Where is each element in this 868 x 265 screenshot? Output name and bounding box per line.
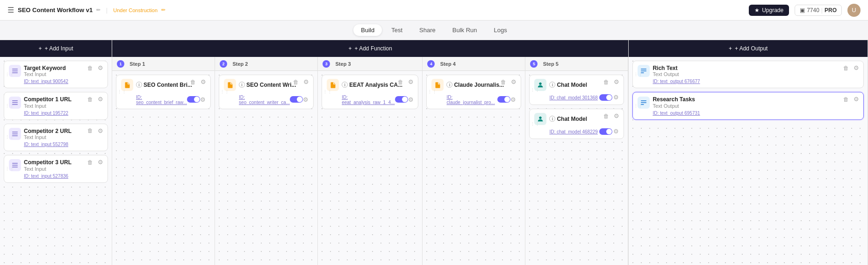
gear-button[interactable]: ⚙ <box>200 96 206 103</box>
drag-handle[interactable]: ⋮⋮ <box>634 73 643 77</box>
gear-button[interactable]: ⚙ <box>613 94 619 101</box>
settings-card-button[interactable]: ⚙ <box>509 78 518 86</box>
delete-card-button[interactable]: 🗑 <box>499 78 508 86</box>
step-label: Step 2 <box>232 61 248 67</box>
output-panel-body: ⋮⋮ Rich Text Text Output 🗑 ⚙ ID: text_ou… <box>629 57 868 265</box>
card-id[interactable]: ID: eeat_analysis_raw_1_4... <box>342 95 395 105</box>
settings-card-button[interactable]: ⚙ <box>407 78 415 86</box>
svg-rect-4 <box>12 102 18 103</box>
settings-card-button[interactable]: ⚙ <box>96 95 105 103</box>
gear-button[interactable]: ⚙ <box>613 128 619 135</box>
svg-rect-7 <box>12 133 18 134</box>
gear-button[interactable]: ⚙ <box>303 96 308 103</box>
step-badge: 4 <box>427 60 435 68</box>
add-output-button[interactable]: + + Add Output <box>629 40 868 57</box>
steps-container: + + Add Function 1 Step 1 ⋮⋮ i SEO Conte… <box>112 40 629 265</box>
svg-rect-9 <box>12 163 18 164</box>
toggle[interactable] <box>497 96 510 103</box>
step-panel-4: 4 Step 4 ⋮⋮ i Claude Journalis... 🗑 ⚙ <box>423 57 525 265</box>
delete-card-button[interactable]: 🗑 <box>842 95 850 103</box>
input-panel: + + Add Input ⋮⋮ Target Keyword Text Inp… <box>0 40 112 265</box>
card-id[interactable]: ID: chat_model 301368 <box>549 95 597 100</box>
settings-card-button[interactable]: ⚙ <box>302 78 310 86</box>
drag-handle[interactable]: ⋮⋮ <box>428 90 437 94</box>
delete-card-button[interactable]: 🗑 <box>602 78 610 86</box>
tab-share[interactable]: Share <box>412 24 443 36</box>
tab-test[interactable]: Test <box>384 24 410 36</box>
delete-card-button[interactable]: 🗑 <box>86 158 94 166</box>
add-input-button[interactable]: + + Add Input <box>0 40 112 57</box>
menu-icon[interactable]: ☰ <box>7 6 14 14</box>
add-function-button[interactable]: + + Add Function <box>112 40 628 57</box>
drag-handle[interactable]: ⋮⋮ <box>5 104 14 108</box>
settings-card-button[interactable]: ⚙ <box>199 78 208 86</box>
tab-build[interactable]: Build <box>353 24 382 36</box>
gear-button[interactable]: ⚙ <box>510 96 516 103</box>
svg-point-13 <box>539 117 542 119</box>
card-subtitle: Text Input <box>24 71 103 77</box>
info-icon: i <box>549 116 555 122</box>
settings-card-button[interactable]: ⚙ <box>612 112 621 120</box>
card-id[interactable]: ID: seo_content_brief_raw... <box>136 95 187 105</box>
drag-handle[interactable]: ⋮⋮ <box>634 104 643 108</box>
gear-button[interactable]: ⚙ <box>408 96 414 103</box>
toggle[interactable] <box>290 96 303 103</box>
svg-rect-18 <box>641 102 646 103</box>
card-id[interactable]: ID: chat_model 468229 <box>549 129 597 134</box>
settings-card-button[interactable]: ⚙ <box>852 95 861 103</box>
delete-card-button[interactable]: 🗑 <box>86 64 94 72</box>
upgrade-button[interactable]: ★ Upgrade <box>749 5 789 16</box>
card-id[interactable]: ID: seo_content_writer_ca... <box>239 95 290 105</box>
card-id[interactable]: ID: text_input 195722 <box>9 111 103 116</box>
header: ☰ SEO Content Workflow v1 ✏ | Under Cons… <box>0 0 868 21</box>
drag-handle[interactable]: ⋮⋮ <box>5 167 14 171</box>
step-header-4: 4 Step 4 <box>423 57 525 71</box>
delete-card-button[interactable]: 🗑 <box>842 64 850 72</box>
settings-card-button[interactable]: ⚙ <box>612 78 621 86</box>
step-card: ⋮⋮ i EEAT Analysis CA... 🗑 ⚙ ID: eeat_an… <box>322 75 418 109</box>
drag-handle[interactable]: ⋮⋮ <box>531 88 540 91</box>
input-card: ⋮⋮ Competitor 1 URL Text Input 🗑 ⚙ ID: t… <box>4 92 108 119</box>
settings-card-button[interactable]: ⚙ <box>96 127 105 135</box>
title-edit-icon[interactable]: ✏ <box>96 7 100 13</box>
svg-rect-3 <box>12 100 18 101</box>
card-id[interactable]: ID: claude_journalist_pro... <box>446 95 497 105</box>
toggle[interactable] <box>187 96 200 103</box>
delete-card-button[interactable]: 🗑 <box>292 78 300 86</box>
card-id[interactable]: ID: text_input 527836 <box>9 174 103 179</box>
tab-logs[interactable]: Logs <box>487 24 515 36</box>
drag-handle[interactable]: ⋮⋮ <box>531 122 540 126</box>
step-card: ⋮⋮ i Chat Model 🗑 ⚙ ID: chat_model 46822… <box>529 109 624 139</box>
drag-handle[interactable]: ⋮⋮ <box>117 90 127 94</box>
tab-bulk-run[interactable]: Bulk Run <box>445 24 485 36</box>
step-card: ⋮⋮ i SEO Content Bri... 🗑 ⚙ ID: seo_cont… <box>116 75 211 109</box>
card-subtitle: Text Input <box>24 103 103 109</box>
toggle[interactable] <box>599 94 612 101</box>
subtitle-edit-icon[interactable]: ✏ <box>161 7 165 13</box>
output-panel: + + Add Output ⋮⋮ Rich Text Text Output … <box>629 40 868 265</box>
delete-card-button[interactable]: 🗑 <box>602 112 610 120</box>
delete-card-button[interactable]: 🗑 <box>189 78 197 86</box>
toggle[interactable] <box>395 96 408 103</box>
settings-card-button[interactable]: ⚙ <box>852 64 861 72</box>
svg-rect-1 <box>12 71 18 71</box>
step-label: Step 4 <box>440 61 456 67</box>
drag-handle[interactable]: ⋮⋮ <box>5 73 14 77</box>
drag-handle[interactable]: ⋮⋮ <box>5 135 14 139</box>
card-title: Research Tasks <box>653 96 859 103</box>
drag-handle[interactable]: ⋮⋮ <box>220 90 230 94</box>
delete-card-button[interactable]: 🗑 <box>86 95 94 103</box>
card-id[interactable]: ID: text_output 695731 <box>638 111 859 116</box>
settings-card-button[interactable]: ⚙ <box>96 64 105 72</box>
avatar[interactable]: U <box>847 4 861 17</box>
card-id[interactable]: ID: text_input 552798 <box>9 142 103 147</box>
toggle[interactable] <box>599 128 612 135</box>
svg-rect-14 <box>641 69 646 70</box>
step-badge: 2 <box>220 60 227 68</box>
settings-card-button[interactable]: ⚙ <box>96 158 105 166</box>
delete-card-button[interactable]: 🗑 <box>86 127 94 135</box>
card-id[interactable]: ID: text_input 900542 <box>9 79 103 84</box>
delete-card-button[interactable]: 🗑 <box>396 78 405 86</box>
card-id[interactable]: ID: text_output 676677 <box>638 79 859 84</box>
drag-handle[interactable]: ⋮⋮ <box>323 90 332 94</box>
